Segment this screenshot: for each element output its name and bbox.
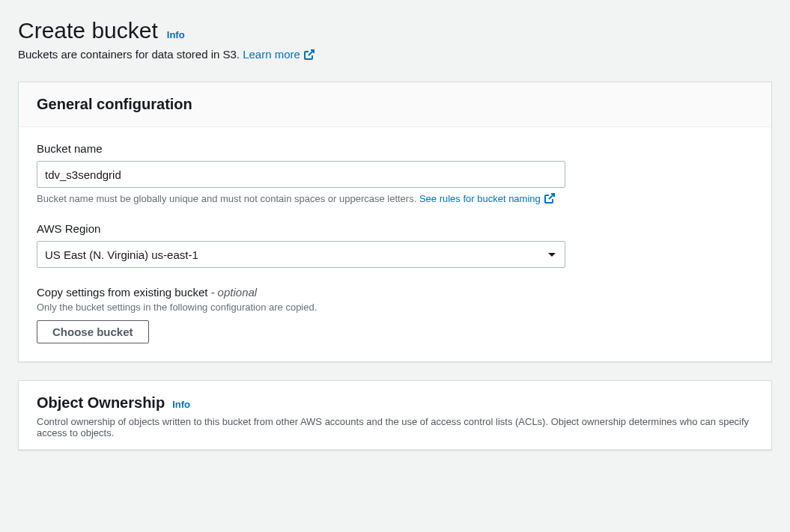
copy-settings-group: Copy settings from existing bucket - opt… [37, 286, 753, 343]
general-config-title: General configuration [37, 96, 192, 113]
object-ownership-header: Object Ownership Info Control ownership … [19, 381, 771, 450]
general-config-body: Bucket name Bucket name must be globally… [19, 127, 771, 361]
bucket-name-group: Bucket name Bucket name must be globally… [37, 142, 753, 204]
aws-region-label: AWS Region [37, 222, 753, 235]
bucket-name-label: Bucket name [37, 142, 753, 155]
object-ownership-panel: Object Ownership Info Control ownership … [18, 380, 772, 450]
copy-settings-label: Copy settings from existing bucket [37, 286, 207, 299]
external-link-icon [303, 49, 315, 61]
object-ownership-info-link[interactable]: Info [172, 399, 190, 410]
choose-bucket-button[interactable]: Choose bucket [37, 320, 149, 343]
page-header: Create bucket Info Buckets are container… [18, 18, 772, 61]
aws-region-select-wrapper: US East (N. Virginia) us-east-1 [37, 241, 565, 268]
general-config-header: General configuration [19, 82, 771, 127]
bucket-name-input[interactable] [37, 161, 565, 188]
bucket-naming-rules-link[interactable]: See rules for bucket naming [419, 192, 556, 204]
info-link[interactable]: Info [167, 29, 185, 40]
object-ownership-subtitle: Control ownership of objects written to … [37, 416, 753, 438]
page-subtitle: Buckets are containers for data stored i… [18, 48, 772, 61]
object-ownership-title-row: Object Ownership Info [37, 394, 753, 412]
general-configuration-panel: General configuration Bucket name Bucket… [18, 82, 772, 362]
copy-settings-label-row: Copy settings from existing bucket - opt… [37, 286, 753, 299]
aws-region-selected: US East (N. Virginia) us-east-1 [45, 248, 198, 261]
bucket-naming-rules-text: See rules for bucket naming [419, 193, 541, 204]
optional-tag: - optional [210, 286, 257, 299]
learn-more-text: Learn more [243, 48, 300, 61]
copy-settings-hint: Only the bucket settings in the followin… [37, 302, 753, 313]
bucket-name-hint-text: Bucket name must be globally unique and … [37, 193, 419, 204]
bucket-name-hint: Bucket name must be globally unique and … [37, 192, 753, 204]
learn-more-link[interactable]: Learn more [243, 48, 315, 61]
page-title: Create bucket [18, 18, 158, 43]
external-link-icon [544, 192, 556, 204]
subtitle-text: Buckets are containers for data stored i… [18, 48, 243, 61]
object-ownership-title: Object Ownership [37, 394, 165, 412]
aws-region-group: AWS Region US East (N. Virginia) us-east… [37, 222, 753, 268]
page-title-row: Create bucket Info [18, 18, 772, 43]
aws-region-select[interactable]: US East (N. Virginia) us-east-1 [37, 241, 565, 268]
